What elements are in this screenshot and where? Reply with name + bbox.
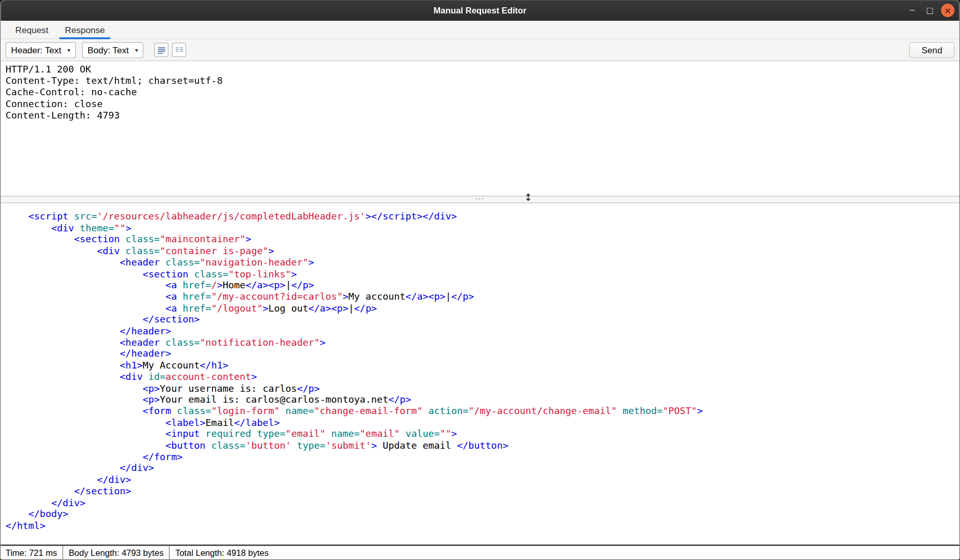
maximize-icon: □ — [926, 6, 934, 14]
code-line: <p>Your email is: carlos@carlos-montoya.… — [6, 394, 955, 406]
body-format-select[interactable]: Body: Text ▾ — [82, 42, 143, 58]
code-line: <a href="/my-account?id=carlos">My accou… — [6, 291, 955, 303]
status-separator — [169, 546, 170, 559]
response-header-line: Content-Type: text/html; charset=utf-8 — [6, 75, 955, 86]
code-line: </section> — [6, 314, 955, 326]
header-format-value: Header: Text — [11, 45, 61, 55]
close-button[interactable]: × — [941, 4, 954, 17]
code-line: <section class="maincontainer"> — [6, 234, 955, 245]
status-bar: Time: 721 ms Body Length: 4793 bytes Tot… — [1, 546, 959, 559]
code-line: <div id=account-content> — [6, 372, 955, 383]
code-line: </div> — [6, 497, 955, 509]
status-time: Time: 721 ms — [6, 548, 57, 557]
code-line: </form> — [6, 451, 955, 463]
code-line: <p>Your username is: carlos</p> — [6, 383, 955, 394]
response-header-line: Content-Length: 4793 — [6, 110, 955, 122]
response-header-line: Cache-Control: no-cache — [6, 87, 955, 98]
code-line: </html> — [6, 520, 955, 532]
app-window: Manual Request Editor ─ □ × Request Resp… — [0, 0, 960, 560]
code-line: <div theme=""> — [6, 223, 955, 234]
pane-splitter[interactable]: ⋯ ↕ — [1, 196, 959, 203]
code-line: <h1>My Account</h1> — [6, 360, 955, 371]
text-lines-icon — [157, 46, 166, 54]
code-line: <header class="navigation-header"> — [6, 257, 955, 268]
code-line: <a href="/logout">Log out</a><p>|</p> — [6, 303, 955, 314]
code-line: <section class="top-links"> — [6, 268, 955, 279]
code-line: <form class="login-form" name="change-em… — [6, 406, 955, 417]
minimize-icon: ─ — [910, 6, 914, 14]
toolbar: Header: Text ▾ Body: Text ▾ — [1, 39, 959, 62]
code-line: <header class="notification-header"> — [6, 337, 955, 348]
window-controls: ─ □ × — [906, 0, 955, 20]
code-line: <div class="container is-page"> — [6, 245, 955, 257]
code-line: <a href=/>Home</a><p>|</p> — [6, 280, 955, 291]
response-headers-pane[interactable]: HTTP/1.1 200 OKContent-Type: text/html; … — [1, 61, 959, 196]
response-body-pane[interactable]: <script src='/resources/labheader/js/com… — [1, 203, 959, 546]
resize-cursor-icon: ↕ — [524, 191, 532, 203]
splitter-handle-icon: ⋯ — [475, 193, 485, 204]
chevron-down-icon: ▾ — [135, 47, 138, 53]
status-total-length: Total Length: 4918 bytes — [175, 548, 268, 557]
code-line: </header> — [6, 348, 955, 360]
body-format-value: Body: Text — [88, 45, 129, 55]
title-bar: Manual Request Editor ─ □ × — [1, 0, 959, 21]
response-header-line: Connection: close — [6, 98, 955, 110]
split-view-toggle-button[interactable] — [172, 43, 186, 57]
window-title: Manual Request Editor — [433, 5, 526, 15]
minimize-button[interactable]: ─ — [906, 4, 919, 17]
code-line: </body> — [6, 509, 955, 520]
code-line: </header> — [6, 326, 955, 337]
header-format-select[interactable]: Header: Text ▾ — [6, 42, 76, 58]
chevron-down-icon: ▾ — [67, 47, 70, 53]
code-line: <script src='/resources/labheader/js/com… — [6, 211, 955, 223]
tab-bar: Request Response — [1, 21, 959, 39]
tab-request[interactable]: Request — [10, 21, 54, 38]
code-line: </section> — [6, 486, 955, 497]
maximize-button[interactable]: □ — [923, 4, 937, 17]
code-line: <label>Email</label> — [6, 417, 955, 429]
split-columns-icon — [175, 46, 184, 54]
code-line: </div> — [6, 475, 955, 486]
code-line: <input required type="email" name="email… — [6, 429, 955, 440]
status-body-length: Body Length: 4793 bytes — [69, 548, 164, 557]
response-header-line: HTTP/1.1 200 OK — [6, 64, 955, 75]
status-separator — [63, 546, 63, 559]
code-line: <button class='button' type='submit'> Up… — [6, 440, 955, 451]
close-icon: × — [944, 6, 951, 14]
single-view-toggle-button[interactable] — [155, 43, 169, 57]
code-line: </div> — [6, 463, 955, 474]
send-button[interactable]: Send — [909, 42, 954, 58]
tab-response[interactable]: Response — [60, 21, 110, 38]
